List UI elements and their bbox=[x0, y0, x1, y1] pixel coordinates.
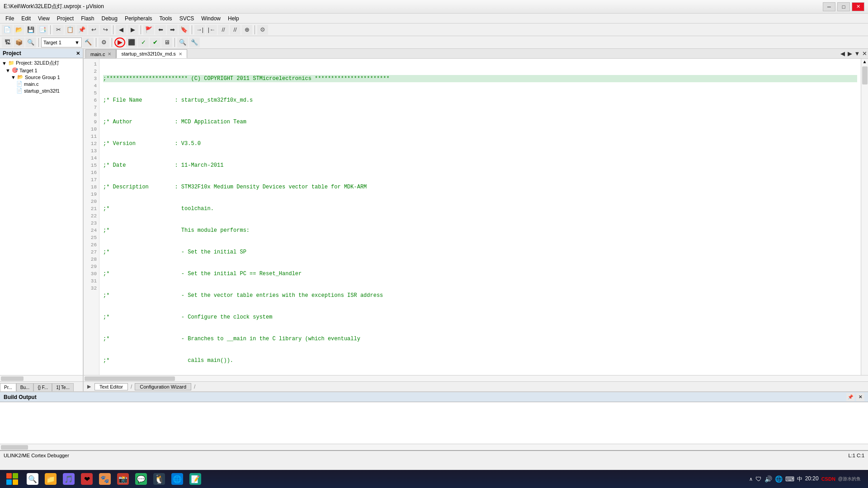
taskbar-app-browser[interactable]: 🌐 bbox=[169, 471, 185, 487]
tab-scroll-left[interactable]: ◀ bbox=[839, 49, 846, 58]
tray-icon3: 🌐 bbox=[775, 475, 783, 483]
editor-vscroll[interactable]: ▲ bbox=[861, 59, 868, 375]
close-button[interactable]: ✕ bbox=[852, 2, 864, 11]
bookmark-prev[interactable]: ⬅ bbox=[155, 25, 166, 35]
nav-fwd-button[interactable]: ▶ bbox=[127, 25, 138, 35]
ln-12: 12 bbox=[84, 140, 99, 147]
tree-target1[interactable]: ▼ 🎯 Target 1 bbox=[0, 67, 83, 74]
tree-source-group[interactable]: ▼ 📂 Source Group 1 bbox=[0, 74, 83, 80]
save-button[interactable]: 💾 bbox=[25, 25, 36, 35]
new-file-button[interactable]: 📄 bbox=[2, 25, 13, 35]
menu-file[interactable]: File bbox=[2, 14, 18, 23]
t2-target-options[interactable]: ⚙ bbox=[99, 38, 109, 47]
project-close-icon[interactable]: ✕ bbox=[76, 51, 80, 56]
menu-project[interactable]: Project bbox=[53, 14, 77, 23]
save-all-button[interactable]: 📑 bbox=[37, 25, 48, 35]
build-content[interactable] bbox=[0, 402, 868, 444]
maximize-button[interactable]: □ bbox=[837, 2, 850, 11]
taskbar-app-orange[interactable]: 🐾 bbox=[97, 471, 113, 487]
tab-scroll-right[interactable]: ▶ bbox=[846, 49, 854, 58]
tab-startup[interactable]: startup_stm32f10x_md.s ✕ bbox=[116, 49, 187, 58]
tab-main-c[interactable]: main.c ✕ bbox=[85, 49, 116, 58]
tray-arrow[interactable]: ∧ bbox=[749, 476, 753, 482]
bookmark-button[interactable]: 🚩 bbox=[143, 25, 154, 35]
code-line-11: ;* - Set the vector table entries with t… bbox=[103, 292, 857, 299]
t2-green2[interactable]: ✔ bbox=[150, 38, 160, 47]
tab-close-all[interactable]: ✕ bbox=[861, 49, 868, 58]
menu-flash[interactable]: Flash bbox=[77, 14, 98, 23]
project-hscroll-thumb[interactable] bbox=[1, 376, 24, 381]
t2-btn-extra[interactable]: 🖥 bbox=[161, 38, 172, 47]
t2-btn3[interactable]: 🔍 bbox=[25, 38, 36, 47]
vscroll-up[interactable]: ▲ bbox=[863, 60, 866, 65]
code-content[interactable]: ;************************* (C) COPYRIGHT… bbox=[99, 59, 861, 375]
menu-peripherals[interactable]: Peripherals bbox=[121, 14, 156, 23]
start-button[interactable] bbox=[4, 471, 21, 487]
build-hscroll-thumb[interactable] bbox=[1, 445, 28, 450]
taskbar-search[interactable]: 🔍 bbox=[24, 471, 41, 487]
taskbar-app-penguin[interactable]: 🐧 bbox=[151, 471, 167, 487]
build-button[interactable]: ⚙ bbox=[257, 25, 268, 35]
panel-tab-templates[interactable]: 1] Te... bbox=[52, 383, 74, 391]
bookmark-all[interactable]: 🔖 bbox=[179, 25, 189, 35]
tab-startup-close[interactable]: ✕ bbox=[179, 52, 182, 56]
menu-tools[interactable]: Tools bbox=[156, 14, 176, 23]
t2-btn5[interactable]: 🔨 bbox=[83, 38, 94, 47]
file-icon-startup: 📄 bbox=[16, 88, 23, 94]
tree-project-root[interactable]: ▼ 📁 Project: 32LED点灯 bbox=[0, 59, 83, 67]
menu-view[interactable]: View bbox=[34, 14, 53, 23]
indent-button[interactable]: →| bbox=[194, 25, 205, 35]
redo-button[interactable]: ↪ bbox=[100, 25, 111, 35]
target-dropdown[interactable]: Target 1 ▼ bbox=[41, 38, 82, 47]
copy-button[interactable]: 📋 bbox=[65, 25, 75, 35]
stop-button[interactable]: ⬛ bbox=[126, 38, 137, 47]
t2-magic[interactable]: 🔧 bbox=[189, 38, 200, 47]
menu-help[interactable]: Help bbox=[224, 14, 243, 23]
unindent-button[interactable]: |← bbox=[206, 25, 217, 35]
nav-back-button[interactable]: ◀ bbox=[116, 25, 127, 35]
tray-icon1: 🛡 bbox=[755, 475, 762, 483]
taskbar-app-green2[interactable]: 📝 bbox=[187, 471, 203, 487]
ln-7: 7 bbox=[84, 104, 99, 111]
undo-button[interactable]: ↩ bbox=[88, 25, 99, 35]
build-close-button[interactable]: ✕ bbox=[856, 393, 864, 401]
tree-main-c[interactable]: 📄 main.c bbox=[0, 80, 83, 87]
minimize-button[interactable]: ─ bbox=[823, 2, 835, 11]
panel-tab-functions[interactable]: {} F... bbox=[33, 383, 52, 391]
vscroll-thumb[interactable] bbox=[862, 66, 868, 84]
insert-button[interactable]: ⊕ bbox=[241, 25, 252, 35]
build-pin-button[interactable]: 📌 bbox=[846, 393, 854, 401]
taskbar-file-explorer[interactable]: 📁 bbox=[42, 471, 59, 487]
ln-15: 15 bbox=[84, 162, 99, 169]
taskbar-app-red[interactable]: ❤ bbox=[79, 471, 95, 487]
taskbar-app-pink[interactable]: 📸 bbox=[115, 471, 131, 487]
separator4 bbox=[192, 25, 192, 34]
menu-svcs[interactable]: SVCS bbox=[176, 14, 198, 23]
cut-button[interactable]: ✂ bbox=[53, 25, 64, 35]
bottom-tab-text-editor[interactable]: Text Editor bbox=[94, 383, 128, 390]
taskbar-app-green[interactable]: 💬 bbox=[133, 471, 149, 487]
menu-debug[interactable]: Debug bbox=[98, 14, 121, 23]
tab-main-c-close[interactable]: ✕ bbox=[108, 52, 111, 56]
uncomment-button[interactable]: // bbox=[230, 25, 241, 35]
find-button[interactable]: 🔍 bbox=[177, 38, 188, 47]
bottom-tab-config-wizard[interactable]: Configuration Wizard bbox=[135, 383, 191, 390]
open-button[interactable]: 📂 bbox=[14, 25, 24, 35]
tree-startup[interactable]: 📄 startup_stm32f1 bbox=[0, 87, 83, 94]
tab-list-button[interactable]: ▼ bbox=[854, 49, 861, 58]
project-settings-button[interactable]: 🏗 bbox=[2, 38, 13, 47]
t2-green1[interactable]: ✓ bbox=[138, 38, 149, 47]
panel-tab-build[interactable]: Bu... bbox=[16, 383, 34, 391]
menu-edit[interactable]: Edit bbox=[18, 14, 34, 23]
paste-button[interactable]: 📌 bbox=[76, 25, 87, 35]
taskbar-app-media[interactable]: 🎵 bbox=[61, 471, 77, 487]
build-hscroll bbox=[0, 444, 868, 450]
panel-tab-project[interactable]: Pr... bbox=[0, 383, 16, 391]
separator3 bbox=[141, 25, 141, 34]
t2-btn2[interactable]: 📦 bbox=[14, 38, 24, 47]
menu-window[interactable]: Window bbox=[198, 14, 224, 23]
hscroll-thumb[interactable] bbox=[85, 376, 175, 381]
run-button[interactable]: ▶ bbox=[114, 38, 125, 47]
bookmark-next[interactable]: ➡ bbox=[167, 25, 178, 35]
comment-button[interactable]: // bbox=[218, 25, 229, 35]
